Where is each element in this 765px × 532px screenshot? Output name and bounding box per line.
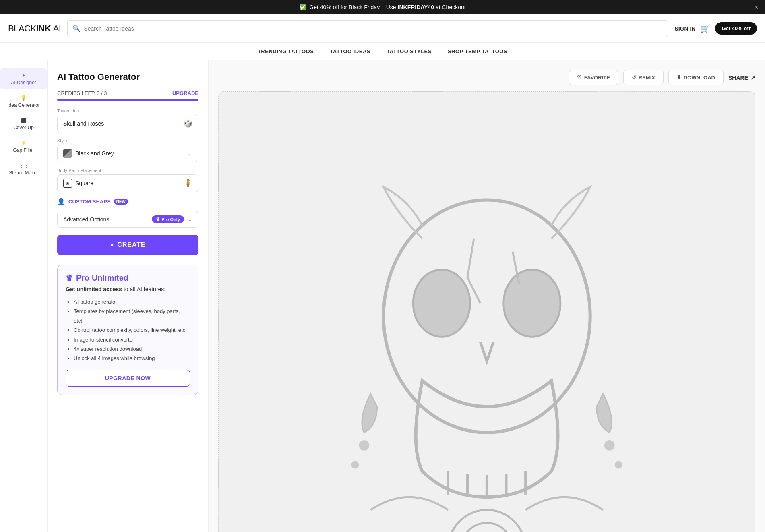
sidebar-item-idea-generator[interactable]: 💡 Idea Generator <box>0 91 47 112</box>
pro-features-list: AI tattoo generator Templates by placeme… <box>66 297 190 363</box>
cart-icon[interactable]: 🛒 <box>700 24 710 33</box>
nav-tattoo-styles[interactable]: TATTOO STYLES <box>387 48 432 54</box>
tattoo-idea-group: Tattoo Idea 🎲 <box>57 108 198 132</box>
sidebar-item-stencil-maker[interactable]: ⋮⋮ Stencil Maker <box>0 159 47 180</box>
svg-point-1 <box>413 269 470 337</box>
top-banner: ✅ Get 40% off for Black Friday – Use INK… <box>0 0 765 14</box>
sign-in-button[interactable]: SIGN IN <box>674 25 695 32</box>
svg-point-11 <box>359 440 369 451</box>
style-chevron-icon: ⌄ <box>187 150 192 157</box>
close-banner-button[interactable]: × <box>754 3 759 12</box>
search-input[interactable] <box>84 25 663 32</box>
custom-shape-icon: 👤 <box>57 198 65 205</box>
advanced-chevron-icon: ⌄ <box>187 215 192 223</box>
pro-box-title: ♛ Pro Unlimited <box>66 273 190 283</box>
svg-point-12 <box>604 440 615 451</box>
advanced-right: ♛ Pro Only ⌄ <box>152 215 192 223</box>
action-buttons: ♡ FAVORITE ↺ REMIX ⬇ DOWNLOAD SHARE ↗ <box>569 70 755 85</box>
left-panel: AI Tattoo Generator CREDITS LEFT: 3 / 3 … <box>48 60 209 532</box>
sidebar-item-cover-up[interactable]: ⬛ Cover Up <box>0 114 47 135</box>
search-bar[interactable]: 🔍 <box>67 20 668 37</box>
search-icon: 🔍 <box>72 25 81 32</box>
pro-crown-icon: ♛ <box>66 273 73 283</box>
placement-label: Body Part / Placement <box>57 168 198 173</box>
promo-code: INKFRIDAY40 <box>398 4 434 10</box>
style-label: Style <box>57 138 198 143</box>
advanced-label: Advanced Options <box>63 216 109 223</box>
svg-point-14 <box>615 461 622 468</box>
get-discount-button[interactable]: Get 40% off <box>715 22 757 35</box>
main-content: AI Tattoo Generator CREDITS LEFT: 3 / 3 … <box>48 60 765 532</box>
sidebar-item-label: Cover Up <box>13 125 34 130</box>
main-tattoo-image <box>259 135 715 532</box>
sidebar-item-ai-designer[interactable]: ✦ AI Designer <box>0 68 47 89</box>
advanced-options-row[interactable]: Advanced Options ♛ Pro Only ⌄ <box>57 211 198 228</box>
nav-tattoo-ideas[interactable]: TATTOO IDEAS <box>330 48 370 54</box>
style-swatch <box>63 149 72 158</box>
svg-point-8 <box>448 510 525 532</box>
header: BLACKINK.AI 🔍 SIGN IN 🛒 Get 40% off <box>0 14 765 43</box>
gap-filler-icon: ⚡ <box>21 140 27 146</box>
favorite-button[interactable]: ♡ FAVORITE <box>569 70 618 85</box>
download-button[interactable]: ⬇ DOWNLOAD <box>668 70 724 85</box>
upgrade-link[interactable]: UPGRADE <box>172 90 198 96</box>
logo-black: BLACK <box>8 23 36 33</box>
stencil-maker-icon: ⋮⋮ <box>19 163 29 168</box>
logo: BLACKINK.AI <box>8 23 61 34</box>
credits-label: CREDITS LEFT: 3 / 3 <box>57 90 107 96</box>
svg-point-2 <box>504 269 560 337</box>
placement-selector[interactable]: ▣ Square 🧍 <box>57 174 198 192</box>
header-right: SIGN IN 🛒 Get 40% off <box>674 22 757 35</box>
list-item: Control tattoo complexity, colors, line … <box>74 325 190 335</box>
list-item: AI tattoo generator <box>74 297 190 306</box>
main-nav: TRENDING TATTOOS TATTOO IDEAS TATTOO STY… <box>0 43 765 60</box>
create-arrows-icon: » <box>110 241 114 248</box>
tattoo-idea-field[interactable]: 🎲 <box>57 115 198 132</box>
tattoo-idea-input[interactable] <box>63 120 184 127</box>
title-row: AI Tattoo Generator <box>57 72 198 89</box>
custom-shape-label: CUSTOM SHAPE <box>68 199 111 205</box>
cover-up-icon: ⬛ <box>21 118 27 123</box>
svg-point-13 <box>351 461 359 468</box>
style-selector[interactable]: Black and Grey ⌄ <box>57 145 198 162</box>
list-item: Templates by placement (sleeves, body pa… <box>74 306 190 325</box>
custom-shape-row[interactable]: 👤 CUSTOM SHAPE NEW <box>57 198 198 205</box>
crown-icon: ♛ <box>156 217 160 222</box>
progress-fill <box>57 99 198 101</box>
list-item: Image-to-stencil converter <box>74 335 190 344</box>
list-item: 4x super resolution download <box>74 344 190 354</box>
credits-progress-bar <box>57 99 198 101</box>
checkmark-icon: ✅ <box>299 4 306 10</box>
nav-trending[interactable]: TRENDING TATTOOS <box>258 48 314 54</box>
logo-ink: INK <box>36 23 51 33</box>
style-group: Style Black and Grey ⌄ <box>57 138 198 162</box>
placement-square-icon: ▣ <box>63 179 72 188</box>
sidebar-item-label: Stencil Maker <box>9 170 38 176</box>
ai-designer-icon: ✦ <box>22 72 26 78</box>
placement-inner: ▣ Square <box>63 179 184 188</box>
heart-icon: ♡ <box>577 75 582 81</box>
remix-icon: ↺ <box>632 75 636 81</box>
page-title: AI Tattoo Generator <box>57 72 140 82</box>
dice-icon[interactable]: 🎲 <box>184 119 192 128</box>
tattoo-idea-label: Tattoo Idea <box>57 108 198 113</box>
right-header: ♡ FAVORITE ↺ REMIX ⬇ DOWNLOAD SHARE ↗ <box>218 70 755 85</box>
svg-point-9 <box>461 523 513 532</box>
create-button[interactable]: » CREATE <box>57 235 198 255</box>
sidebar-item-gap-filler[interactable]: ⚡ Gap Filler <box>0 136 47 157</box>
nav-shop-temp[interactable]: SHOP TEMP TATTOOS <box>448 48 507 54</box>
create-label: CREATE <box>117 241 146 248</box>
idea-generator-icon: 💡 <box>21 95 27 101</box>
sidebar-item-label: Gap Filler <box>13 147 34 153</box>
logo-ai: .AI <box>51 23 61 33</box>
placement-group: Body Part / Placement ▣ Square 🧍 <box>57 168 198 192</box>
upgrade-now-button[interactable]: UPGRADE NOW <box>66 370 190 387</box>
sidebar: ✦ AI Designer 💡 Idea Generator ⬛ Cover U… <box>0 60 48 532</box>
share-button[interactable]: SHARE ↗ <box>728 75 755 81</box>
sidebar-item-label: Idea Generator <box>7 102 40 108</box>
remix-button[interactable]: ↺ REMIX <box>623 70 664 85</box>
main-image-container <box>218 91 755 532</box>
placement-value: Square <box>75 180 93 186</box>
download-icon: ⬇ <box>677 75 681 81</box>
new-badge: NEW <box>114 199 128 205</box>
